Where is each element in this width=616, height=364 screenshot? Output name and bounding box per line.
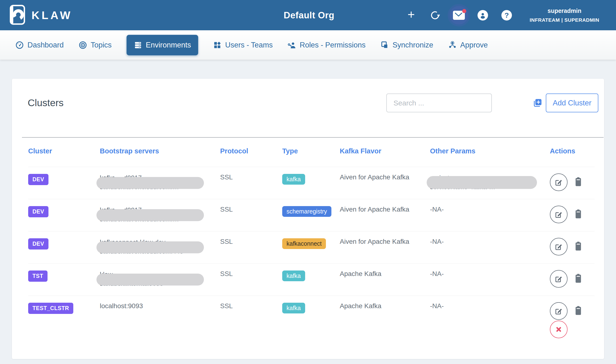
table-header-row: Cluster Bootstrap servers Protocol Type …	[28, 138, 594, 167]
table-row: TEST_CLSTR localhost:9093 SSL kafka Apac…	[28, 296, 594, 359]
edit-cluster-button[interactable]	[550, 302, 568, 320]
edit-icon	[554, 274, 563, 283]
help-icon[interactable]: ?	[500, 9, 513, 22]
add-icon[interactable]: +	[405, 9, 417, 22]
tab-users-teams[interactable]: Users - Teams	[213, 41, 273, 49]
copy-cluster-button[interactable]	[575, 209, 582, 219]
table-row: DEV kafka-…d9917… sandbox.aivencloud.com…	[28, 199, 594, 231]
clipboard-icon	[575, 209, 582, 219]
users-teams-icon	[213, 41, 221, 49]
cluster-env-badge: TEST_CLSTR	[28, 303, 73, 314]
bootstrap-servers-cell: kafka-…d9917… sandbox.aivencloud.com:…	[100, 173, 212, 192]
edit-cluster-button[interactable]	[550, 206, 568, 223]
roles-permissions-icon	[287, 41, 296, 49]
cluster-env-badge: DEV	[28, 206, 48, 217]
cluster-env-badge: DEV	[28, 238, 48, 249]
tab-topics[interactable]: Topics	[79, 41, 112, 49]
other-params-cell: project=… serviceName=kafka-…	[430, 173, 542, 192]
cluster-type-badge: kafka	[282, 271, 305, 281]
col-other-params: Other Params	[430, 147, 550, 155]
top-navbar: KLAW Default Org +	[0, 0, 616, 30]
clusters-toolbar: Clusters Add Cluster	[12, 79, 604, 112]
bootstrap-servers-cell: kafkaconnect-klaw-dev… sandbox.aivenclou…	[100, 238, 212, 256]
bootstrap-servers-cell: kafka-…d9917… sandbox.aivencloud.com:…	[100, 206, 212, 224]
table-row: DEV kafkaconnect-klaw-dev… sandbox.aiven…	[28, 231, 594, 264]
edit-icon	[554, 178, 563, 186]
bootstrap-servers-cell: klaw-… sandbox.internal:9093	[100, 270, 212, 288]
edit-cluster-button[interactable]	[550, 270, 568, 288]
actions-cell	[550, 302, 594, 338]
cluster-type-badge: kafka	[282, 303, 305, 313]
delete-x-icon	[555, 326, 562, 333]
tab-synchronize[interactable]: Synchronize	[380, 41, 433, 49]
klaw-logo[interactable]: KLAW	[10, 4, 72, 26]
cluster-type-badge: kafka	[282, 174, 305, 185]
navbar-actions: + ?	[405, 0, 599, 30]
redaction-blob	[96, 177, 204, 189]
account-icon[interactable]	[477, 9, 489, 22]
other-params-cell: -NA-	[430, 206, 550, 213]
tab-environments[interactable]: Environments	[126, 35, 198, 55]
tab-approve[interactable]: Approve	[448, 41, 488, 49]
kafka-flavor-cell: Aiven for Apache Kafka	[340, 206, 430, 213]
protocol-cell: SSL	[220, 238, 282, 246]
library-add-icon[interactable]	[533, 98, 542, 108]
cluster-type-badge: schemaregistry	[282, 206, 331, 217]
page-title: Clusters	[28, 97, 64, 108]
protocol-cell: SSL	[220, 302, 282, 310]
clipboard-icon	[575, 306, 582, 316]
redaction-blob	[96, 273, 204, 286]
brand-name: KLAW	[31, 9, 72, 22]
clusters-table: Cluster Bootstrap servers Protocol Type …	[12, 138, 604, 359]
actions-cell	[550, 206, 594, 223]
edit-cluster-button[interactable]	[550, 238, 568, 256]
actions-cell	[550, 238, 594, 256]
redaction-blob	[427, 176, 537, 189]
clipboard-icon	[575, 273, 582, 283]
edit-cluster-button[interactable]	[550, 173, 568, 191]
edit-icon	[554, 307, 563, 315]
klaw-logo-icon	[10, 4, 25, 26]
notification-dot	[462, 9, 466, 13]
actions-cell	[550, 270, 594, 288]
org-title: Default Org	[284, 10, 334, 20]
kafka-flavor-cell: Apache Kafka	[340, 302, 430, 310]
user-info[interactable]: superadmin INFRATEAM | SUPERADMIN	[530, 7, 599, 23]
main-nav-tabs: Dashboard Topics Environments Users - Te…	[0, 30, 616, 60]
col-protocol: Protocol	[220, 147, 282, 155]
copy-cluster-button[interactable]	[575, 241, 582, 251]
col-bootstrap-servers: Bootstrap servers	[100, 147, 220, 155]
protocol-cell: SSL	[220, 206, 282, 213]
kafka-flavor-cell: Apache Kafka	[340, 270, 430, 278]
edit-icon	[554, 242, 563, 251]
add-cluster-button[interactable]: Add Cluster	[546, 93, 598, 112]
clipboard-icon	[575, 177, 582, 187]
delete-cluster-button[interactable]	[550, 321, 568, 338]
other-params-cell: -NA-	[430, 302, 550, 310]
search-input[interactable]	[386, 93, 492, 112]
approve-icon	[448, 41, 457, 49]
redaction-blob	[96, 209, 204, 221]
table-row: DEV kafka-…d9917… sandbox.aivencloud.com…	[28, 167, 594, 199]
mail-icon[interactable]	[453, 9, 465, 22]
protocol-cell: SSL	[220, 173, 282, 181]
clusters-card: Clusters Add Cluster Cluster Bootstrap s…	[12, 79, 604, 359]
copy-cluster-button[interactable]	[575, 273, 582, 283]
tab-dashboard[interactable]: Dashboard	[15, 41, 64, 49]
cluster-env-badge: TST	[28, 271, 48, 282]
synchronize-icon	[380, 41, 389, 49]
dashboard-icon	[15, 41, 24, 49]
copy-cluster-button[interactable]	[575, 306, 582, 316]
tab-roles-permissions[interactable]: Roles - Permissions	[287, 41, 366, 49]
clipboard-icon	[575, 241, 582, 251]
edit-icon	[554, 210, 563, 219]
username: superadmin	[530, 7, 599, 14]
refresh-icon[interactable]	[429, 9, 441, 22]
col-cluster: Cluster	[28, 147, 100, 155]
redaction-blob	[96, 241, 204, 253]
environments-icon	[134, 41, 142, 49]
page-content: Clusters Add Cluster Cluster Bootstrap s…	[0, 60, 616, 359]
kafka-flavor-cell: Aiven for Apache Kafka	[340, 173, 430, 181]
copy-cluster-button[interactable]	[575, 177, 582, 187]
other-params-cell: -NA-	[430, 238, 550, 246]
